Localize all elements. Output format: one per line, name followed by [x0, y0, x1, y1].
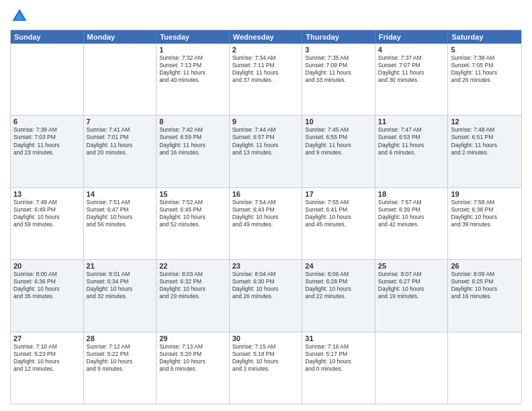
day-number: 7 — [87, 118, 154, 126]
day-info: Sunrise: 7:34 AM Sunset: 7:11 PM Dayligh… — [232, 54, 300, 84]
calendar-body: 1Sunrise: 7:32 AM Sunset: 7:13 PM Daylig… — [11, 44, 521, 404]
day-cell-17: 17Sunrise: 7:55 AM Sunset: 6:41 PM Dayli… — [302, 188, 375, 259]
day-cell-3: 3Sunrise: 7:35 AM Sunset: 7:09 PM Daylig… — [302, 44, 375, 115]
header — [10, 7, 522, 26]
day-info: Sunrise: 7:10 AM Sunset: 5:23 PM Dayligh… — [13, 343, 81, 373]
day-cell-7: 7Sunrise: 7:41 AM Sunset: 7:01 PM Daylig… — [84, 116, 157, 187]
day-number: 9 — [232, 118, 300, 126]
day-cell-22: 22Sunrise: 8:03 AM Sunset: 6:32 PM Dayli… — [157, 260, 230, 331]
day-number: 20 — [13, 262, 81, 270]
day-info: Sunrise: 7:55 AM Sunset: 6:41 PM Dayligh… — [305, 199, 372, 228]
day-number: 28 — [87, 334, 154, 342]
day-info: Sunrise: 7:16 AM Sunset: 5:17 PM Dayligh… — [305, 343, 372, 373]
day-cell-6: 6Sunrise: 7:39 AM Sunset: 7:03 PM Daylig… — [11, 116, 84, 187]
day-number: 24 — [305, 262, 372, 270]
day-cell-13: 13Sunrise: 7:49 AM Sunset: 6:49 PM Dayli… — [11, 188, 84, 259]
day-info: Sunrise: 7:42 AM Sunset: 6:59 PM Dayligh… — [159, 126, 226, 156]
day-cell-28: 28Sunrise: 7:12 AM Sunset: 5:22 PM Dayli… — [84, 332, 157, 404]
empty-cell — [448, 332, 521, 404]
empty-cell — [11, 44, 84, 115]
day-number: 29 — [159, 334, 226, 342]
day-cell-19: 19Sunrise: 7:58 AM Sunset: 6:38 PM Dayli… — [448, 188, 521, 259]
day-cell-4: 4Sunrise: 7:37 AM Sunset: 7:07 PM Daylig… — [375, 44, 449, 115]
day-number: 26 — [451, 262, 519, 270]
day-info: Sunrise: 8:04 AM Sunset: 6:30 PM Dayligh… — [232, 271, 300, 300]
calendar: SundayMondayTuesdayWednesdayThursdayFrid… — [10, 30, 522, 404]
logo — [10, 7, 32, 26]
header-day-monday: Monday — [84, 30, 157, 44]
day-info: Sunrise: 8:03 AM Sunset: 6:32 PM Dayligh… — [159, 271, 226, 300]
day-cell-12: 12Sunrise: 7:48 AM Sunset: 6:51 PM Dayli… — [448, 116, 521, 187]
calendar-header: SundayMondayTuesdayWednesdayThursdayFrid… — [11, 30, 521, 44]
day-info: Sunrise: 7:49 AM Sunset: 6:49 PM Dayligh… — [13, 199, 81, 228]
day-info: Sunrise: 7:35 AM Sunset: 7:09 PM Dayligh… — [305, 54, 372, 84]
day-cell-15: 15Sunrise: 7:52 AM Sunset: 6:45 PM Dayli… — [157, 188, 230, 259]
day-info: Sunrise: 7:57 AM Sunset: 6:39 PM Dayligh… — [378, 199, 445, 228]
day-info: Sunrise: 7:41 AM Sunset: 7:01 PM Dayligh… — [87, 126, 154, 156]
day-cell-1: 1Sunrise: 7:32 AM Sunset: 7:13 PM Daylig… — [157, 44, 230, 115]
day-info: Sunrise: 7:12 AM Sunset: 5:22 PM Dayligh… — [87, 343, 154, 373]
day-cell-16: 16Sunrise: 7:54 AM Sunset: 6:43 PM Dayli… — [230, 188, 303, 259]
day-number: 18 — [378, 190, 445, 198]
day-info: Sunrise: 8:07 AM Sunset: 6:27 PM Dayligh… — [378, 271, 445, 300]
day-number: 5 — [451, 46, 519, 54]
week-row-4: 20Sunrise: 8:00 AM Sunset: 6:36 PM Dayli… — [11, 259, 521, 331]
week-row-1: 1Sunrise: 7:32 AM Sunset: 7:13 PM Daylig… — [11, 44, 521, 115]
day-info: Sunrise: 7:32 AM Sunset: 7:13 PM Dayligh… — [159, 54, 226, 84]
day-cell-25: 25Sunrise: 8:07 AM Sunset: 6:27 PM Dayli… — [375, 260, 449, 331]
day-number: 8 — [159, 118, 226, 126]
header-day-thursday: Thursday — [302, 30, 375, 44]
day-number: 15 — [159, 190, 226, 198]
logo-icon — [10, 7, 29, 26]
day-number: 27 — [13, 334, 81, 342]
day-cell-8: 8Sunrise: 7:42 AM Sunset: 6:59 PM Daylig… — [157, 116, 230, 187]
day-number: 2 — [232, 46, 300, 54]
day-number: 23 — [232, 262, 300, 270]
day-cell-2: 2Sunrise: 7:34 AM Sunset: 7:11 PM Daylig… — [230, 44, 303, 115]
header-day-wednesday: Wednesday — [230, 30, 303, 44]
day-number: 10 — [305, 118, 372, 126]
day-cell-9: 9Sunrise: 7:44 AM Sunset: 6:57 PM Daylig… — [230, 116, 303, 187]
header-day-friday: Friday — [375, 30, 449, 44]
day-cell-18: 18Sunrise: 7:57 AM Sunset: 6:39 PM Dayli… — [375, 188, 449, 259]
day-number: 3 — [305, 46, 372, 54]
day-info: Sunrise: 7:52 AM Sunset: 6:45 PM Dayligh… — [159, 199, 226, 228]
day-info: Sunrise: 7:15 AM Sunset: 5:18 PM Dayligh… — [232, 343, 300, 373]
day-number: 13 — [13, 190, 81, 198]
day-info: Sunrise: 8:06 AM Sunset: 6:28 PM Dayligh… — [305, 271, 372, 300]
day-cell-11: 11Sunrise: 7:47 AM Sunset: 6:53 PM Dayli… — [375, 116, 449, 187]
day-number: 19 — [451, 190, 519, 198]
header-day-sunday: Sunday — [11, 30, 84, 44]
day-number: 17 — [305, 190, 372, 198]
day-number: 14 — [87, 190, 154, 198]
day-info: Sunrise: 7:39 AM Sunset: 7:03 PM Dayligh… — [13, 126, 81, 156]
header-day-saturday: Saturday — [448, 30, 521, 44]
day-info: Sunrise: 7:44 AM Sunset: 6:57 PM Dayligh… — [232, 126, 300, 156]
day-cell-21: 21Sunrise: 8:01 AM Sunset: 6:34 PM Dayli… — [84, 260, 157, 331]
week-row-3: 13Sunrise: 7:49 AM Sunset: 6:49 PM Dayli… — [11, 187, 521, 259]
day-number: 21 — [87, 262, 154, 270]
day-info: Sunrise: 7:13 AM Sunset: 5:20 PM Dayligh… — [159, 343, 226, 373]
header-day-tuesday: Tuesday — [157, 30, 230, 44]
day-number: 30 — [232, 334, 300, 342]
empty-cell — [375, 332, 449, 404]
day-number: 22 — [159, 262, 226, 270]
day-info: Sunrise: 7:47 AM Sunset: 6:53 PM Dayligh… — [378, 126, 445, 156]
day-cell-24: 24Sunrise: 8:06 AM Sunset: 6:28 PM Dayli… — [302, 260, 375, 331]
day-info: Sunrise: 8:09 AM Sunset: 6:25 PM Dayligh… — [451, 271, 519, 300]
week-row-5: 27Sunrise: 7:10 AM Sunset: 5:23 PM Dayli… — [11, 332, 521, 404]
day-cell-20: 20Sunrise: 8:00 AM Sunset: 6:36 PM Dayli… — [11, 260, 84, 331]
day-info: Sunrise: 7:54 AM Sunset: 6:43 PM Dayligh… — [232, 199, 300, 228]
day-cell-29: 29Sunrise: 7:13 AM Sunset: 5:20 PM Dayli… — [157, 332, 230, 404]
week-row-2: 6Sunrise: 7:39 AM Sunset: 7:03 PM Daylig… — [11, 115, 521, 187]
empty-cell — [84, 44, 157, 115]
day-info: Sunrise: 7:58 AM Sunset: 6:38 PM Dayligh… — [451, 199, 519, 228]
day-cell-27: 27Sunrise: 7:10 AM Sunset: 5:23 PM Dayli… — [11, 332, 84, 404]
day-cell-26: 26Sunrise: 8:09 AM Sunset: 6:25 PM Dayli… — [448, 260, 521, 331]
day-info: Sunrise: 7:48 AM Sunset: 6:51 PM Dayligh… — [451, 126, 519, 156]
page: SundayMondayTuesdayWednesdayThursdayFrid… — [0, 0, 532, 411]
day-cell-31: 31Sunrise: 7:16 AM Sunset: 5:17 PM Dayli… — [302, 332, 375, 404]
day-info: Sunrise: 7:51 AM Sunset: 6:47 PM Dayligh… — [87, 199, 154, 228]
day-info: Sunrise: 8:01 AM Sunset: 6:34 PM Dayligh… — [87, 271, 154, 300]
day-cell-30: 30Sunrise: 7:15 AM Sunset: 5:18 PM Dayli… — [230, 332, 303, 404]
